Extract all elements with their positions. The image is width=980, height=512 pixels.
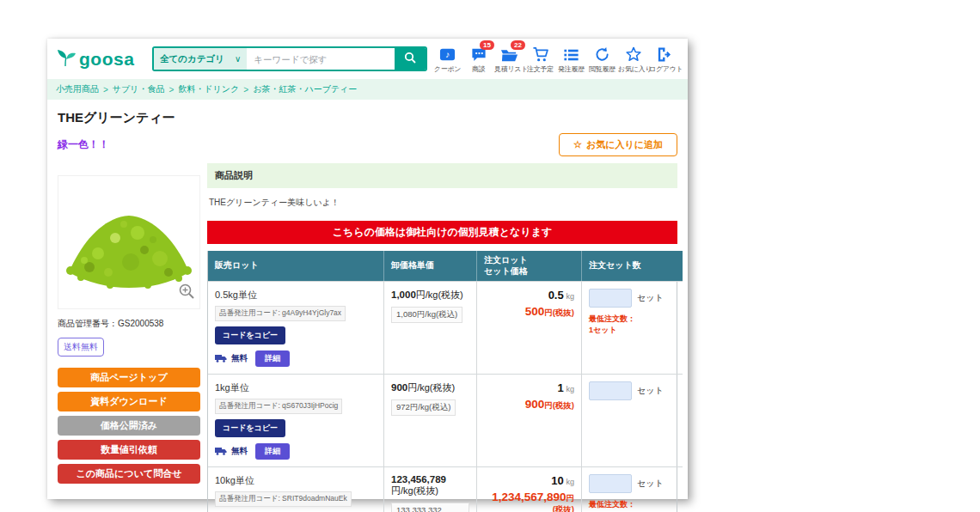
download-materials-button[interactable]: 資料ダウンロード bbox=[58, 392, 200, 411]
nav-favorites-label: お気に入り bbox=[618, 64, 648, 74]
min-order-label: 最低注文数： bbox=[589, 314, 676, 325]
truck-icon bbox=[215, 447, 227, 457]
breadcrumb-link[interactable]: サプリ・食品 bbox=[113, 83, 165, 95]
breadcrumb-link[interactable]: お茶・紅茶・ハーブティー bbox=[253, 83, 357, 95]
nav-order-plan[interactable]: 注文予定 bbox=[525, 45, 555, 74]
coupon-icon: ♪ bbox=[432, 45, 462, 63]
table-row-price-cell: 123,456,789円/kg(税抜) 133,333,332円/kg(税込) bbox=[384, 466, 477, 512]
product-page-top-button[interactable]: 商品ページトップ bbox=[58, 368, 200, 387]
nav-quote-list[interactable]: 22 見積リスト bbox=[494, 45, 524, 74]
product-main: 商品説明 THEグリーンティー美味しいよ！ こちらの価格は御社向けの個別見積とな… bbox=[207, 163, 677, 512]
description-header: 商品説明 bbox=[207, 163, 677, 188]
table-row-price-cell: 1,000円/kg(税抜) 1,080円/kg(税込) bbox=[384, 281, 477, 374]
nav-order-history-label: 発注履歴 bbox=[556, 64, 586, 74]
quote-badge: 22 bbox=[511, 40, 525, 50]
nav-coupon[interactable]: ♪ クーポン bbox=[432, 45, 462, 74]
table-row-lot-cell: 10kg単位 品番発注用コード: SRIT9doadmNauEk コードをコピー… bbox=[208, 466, 384, 512]
product-subtitle: 緑一色！！ bbox=[58, 137, 109, 152]
order-set-input[interactable] bbox=[589, 289, 632, 308]
price-ex-number: 123,456,789 bbox=[391, 474, 446, 485]
price-incl-tax: 133,333,332円/kg(税込) bbox=[391, 503, 469, 512]
order-set-input[interactable] bbox=[589, 474, 632, 493]
breadcrumb-separator: > bbox=[103, 85, 108, 94]
price-table: 販売ロット 卸価格単価 注文ロット セット価格 注文セット数 0.5kg単位 品… bbox=[207, 251, 677, 512]
nav-chat-label: 商談 bbox=[463, 64, 493, 74]
category-dropdown[interactable]: 全てのカテゴリ ∨ bbox=[154, 48, 247, 70]
set-unit-label: セット bbox=[637, 385, 664, 397]
logout-icon bbox=[649, 45, 679, 63]
table-row-setprice-cell: 10 kg 1,234,567,890円(税抜) bbox=[477, 466, 582, 512]
set-unit-label: セット bbox=[637, 292, 664, 304]
history-icon bbox=[587, 45, 617, 63]
nav-browse-history-label: 閲覧履歴 bbox=[587, 64, 617, 74]
shipping-label: 無料 bbox=[231, 446, 248, 457]
breadcrumb-separator: > bbox=[243, 85, 248, 94]
description-text: THEグリーンティー美味しいよ！ bbox=[207, 188, 677, 221]
order-set-input[interactable] bbox=[589, 381, 632, 400]
lot-quantity: 0.5 bbox=[548, 289, 564, 302]
lot-unit: kg bbox=[566, 478, 574, 486]
table-row-order-cell: セット 最低注文数： 1セット bbox=[582, 466, 683, 512]
quantity-discount-request-button[interactable]: 数量値引依頼 bbox=[58, 440, 200, 460]
breadcrumb-link[interactable]: 飲料・ドリンク bbox=[178, 83, 239, 95]
set-price-number: 900 bbox=[525, 398, 545, 411]
lot-name: 0.5kg単位 bbox=[215, 289, 377, 302]
order-code-chip: 品番発注用コード: SRIT9doadmNauEk bbox=[215, 491, 352, 507]
price-ex-number: 900 bbox=[391, 382, 407, 393]
col-header-order-lot-set-price: 注文ロット セット価格 bbox=[477, 251, 582, 281]
lot-unit: kg bbox=[566, 292, 574, 301]
zoom-icon[interactable] bbox=[178, 283, 195, 303]
nav-logout[interactable]: ログアウト bbox=[649, 45, 679, 74]
detail-button[interactable]: 詳細 bbox=[255, 350, 290, 367]
lot-unit: kg bbox=[566, 385, 574, 393]
category-dropdown-label: 全てのカテゴリ bbox=[160, 53, 224, 65]
set-price-number: 1,234,567,890 bbox=[492, 491, 566, 503]
logo-text: goosa bbox=[79, 49, 134, 70]
nav-order-plan-label: 注文予定 bbox=[525, 64, 555, 74]
search-bar: 全てのカテゴリ ∨ bbox=[152, 46, 427, 71]
col-header-sales-lot: 販売ロット bbox=[208, 251, 384, 281]
lot-name: 10kg単位 bbox=[215, 474, 377, 487]
nav-browse-history[interactable]: 閲覧履歴 bbox=[587, 45, 617, 74]
top-nav: ♪ クーポン 15 商談 22 見積リスト bbox=[432, 45, 679, 74]
logo-leaf-icon bbox=[56, 47, 77, 71]
page-container: goosa 全てのカテゴリ ∨ ♪ クーポン 15 bbox=[47, 39, 688, 499]
individual-quote-banner: こちらの価格は御社向けの個別見積となります bbox=[207, 221, 677, 244]
shipping-label: 無料 bbox=[231, 353, 248, 364]
breadcrumb-separator: > bbox=[169, 85, 175, 94]
breadcrumb-link[interactable]: 小売用商品 bbox=[56, 83, 99, 95]
detail-button[interactable]: 詳細 bbox=[255, 443, 290, 460]
table-row-order-cell: セット bbox=[582, 374, 683, 466]
table-row-setprice-cell: 1 kg 900円(税抜) bbox=[477, 374, 582, 466]
order-code-chip: 品番発注用コード: g4A9yH4YjGly7ax bbox=[215, 306, 346, 321]
set-price-number: 500 bbox=[525, 305, 545, 318]
set-price-unit: 円(税抜) bbox=[544, 308, 574, 317]
header: goosa 全てのカテゴリ ∨ ♪ クーポン 15 bbox=[47, 39, 688, 79]
svg-text:♪: ♪ bbox=[445, 50, 450, 59]
order-code-chip: 品番発注用コード: qS670J3IjHPocig bbox=[215, 399, 342, 414]
nav-business-chat[interactable]: 15 商談 bbox=[463, 45, 493, 74]
price-incl-tax: 1,080円/kg(税込) bbox=[391, 307, 462, 323]
search-input[interactable] bbox=[247, 48, 395, 70]
nav-logout-label: ログアウト bbox=[649, 64, 679, 74]
add-favorite-button[interactable]: ☆ お気に入りに追加 bbox=[559, 133, 677, 156]
logo[interactable]: goosa bbox=[56, 47, 152, 71]
free-shipping-badge: 送料無料 bbox=[58, 338, 104, 357]
product-image[interactable] bbox=[58, 175, 200, 309]
min-order-label: 最低注文数： bbox=[589, 499, 676, 510]
cart-icon bbox=[525, 45, 555, 63]
set-price-unit: 円(税抜) bbox=[544, 400, 574, 410]
product-management-number: 商品管理番号：GS2000538 bbox=[58, 318, 200, 330]
chevron-down-icon: ∨ bbox=[235, 54, 241, 64]
price-published-button[interactable]: 価格公開済み bbox=[58, 416, 200, 436]
set-unit-label: セット bbox=[637, 478, 664, 490]
nav-order-history[interactable]: 発注履歴 bbox=[556, 45, 586, 74]
table-row-setprice-cell: 0.5 kg 500円(税抜) bbox=[477, 281, 582, 374]
copy-code-button[interactable]: コードをコピー bbox=[215, 326, 285, 344]
product-inquiry-button[interactable]: この商品について問合せ bbox=[58, 464, 200, 484]
lot-quantity: 10 bbox=[551, 474, 563, 487]
price-ex-unit: 円/kg(税抜) bbox=[416, 290, 463, 300]
search-button[interactable] bbox=[395, 48, 426, 70]
nav-favorites[interactable]: お気に入り bbox=[618, 45, 648, 74]
copy-code-button[interactable]: コードをコピー bbox=[215, 419, 285, 437]
